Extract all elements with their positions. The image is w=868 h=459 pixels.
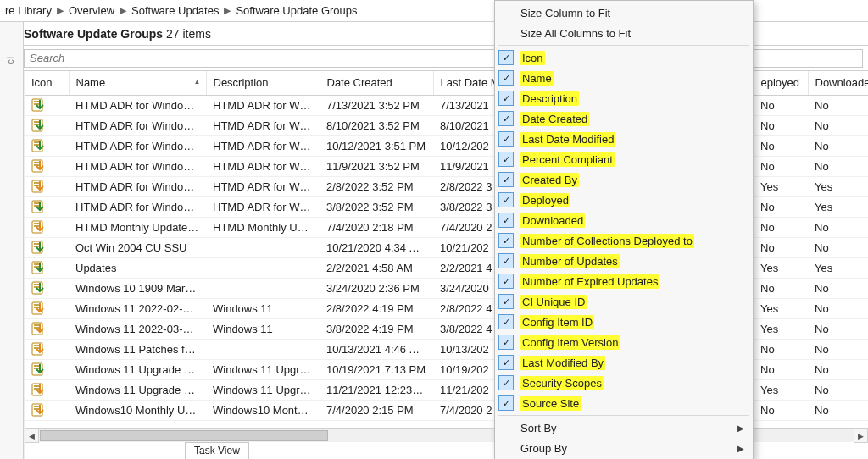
left-gutter: ci <box>0 22 24 459</box>
cell-deployed: No <box>754 95 808 115</box>
menu-column-toggle[interactable]: ✓Last Modified By <box>495 352 753 373</box>
update-group-icon <box>25 115 69 135</box>
cell-description: Windows 11 <box>206 318 320 339</box>
menu-column-toggle[interactable]: ✓Created By <box>495 169 753 190</box>
chevron-right-icon: ▶ <box>224 5 231 16</box>
cell-name: HTMD ADR for Window… <box>69 115 206 135</box>
col-deployed[interactable]: eployed <box>754 71 808 95</box>
menu-sort-by[interactable]: Sort By ▶ <box>495 418 753 438</box>
menu-column-toggle[interactable]: ✓Deployed <box>495 190 753 210</box>
check-icon: ✓ <box>498 375 514 390</box>
cell-date-created: 11/9/2021 3:52 PM <box>320 156 433 176</box>
menu-column-label: Security Scopes <box>520 376 604 390</box>
menu-column-toggle[interactable]: ✓Number of Expired Updates <box>495 271 753 291</box>
menu-column-label: Number of Updates <box>520 254 620 268</box>
menu-column-toggle[interactable]: ✓CI Unique ID <box>495 291 753 312</box>
menu-group-by[interactable]: Group By ▶ <box>495 438 753 458</box>
chevron-right-icon: ▶ <box>120 5 126 16</box>
cell-downloaded: Yes <box>808 176 868 196</box>
cell-deployed: Yes <box>754 176 808 196</box>
col-name[interactable]: Name▲ <box>69 71 206 95</box>
scroll-thumb[interactable] <box>40 430 328 441</box>
menu-column-label: Number of Expired Updates <box>520 274 659 289</box>
check-icon: ✓ <box>498 91 514 106</box>
cell-downloaded: No <box>808 237 868 257</box>
item-count: 27 items <box>166 27 211 41</box>
cell-description: HTMD Monthly U… <box>206 217 320 237</box>
cell-deployed: No <box>754 400 808 420</box>
update-group-icon <box>25 400 69 420</box>
menu-column-toggle[interactable]: ✓Downloaded <box>495 210 753 230</box>
menu-column-label: Date Created <box>520 112 589 126</box>
col-last-date[interactable]: Last Date M <box>433 71 499 95</box>
cell-last-date: 7/13/2021 <box>433 95 499 115</box>
cell-description: HTMD ADR for Wi… <box>206 156 320 176</box>
scroll-right-arrow-icon[interactable]: ▶ <box>854 429 868 443</box>
cell-last-date: 10/21/202 <box>433 237 499 257</box>
menu-column-toggle[interactable]: ✓Last Date Modified <box>495 129 753 149</box>
menu-column-label: Description <box>520 91 579 106</box>
menu-column-toggle[interactable]: ✓Security Scopes <box>495 373 753 393</box>
cell-description: Windows 11 Upgr… <box>206 359 320 379</box>
cell-deployed: No <box>754 156 808 176</box>
menu-column-label: Last Modified By <box>520 356 605 370</box>
update-group-icon <box>25 237 69 257</box>
menu-column-toggle[interactable]: ✓Percent Compliant <box>495 149 753 169</box>
check-icon: ✓ <box>498 70 514 86</box>
check-icon: ✓ <box>498 274 514 289</box>
task-view-tab[interactable]: Task View <box>185 442 249 459</box>
col-icon[interactable]: Icon <box>25 71 69 95</box>
cell-last-date: 8/10/2021 <box>433 115 499 135</box>
menu-column-label: Source Site <box>520 396 581 411</box>
col-downloaded[interactable]: Downloaded <box>808 71 868 95</box>
sort-asc-icon: ▲ <box>194 78 201 86</box>
menu-size-column[interactable]: Size Column to Fit <box>495 3 753 23</box>
column-context-menu: Size Column to Fit Size All Columns to F… <box>494 0 754 459</box>
menu-column-toggle[interactable]: ✓Icon <box>495 47 753 68</box>
cell-date-created: 10/19/2021 7:13 PM <box>320 359 433 379</box>
cell-date-created: 2/2/2021 4:58 AM <box>320 257 433 278</box>
cell-description <box>206 278 320 298</box>
check-icon: ✓ <box>498 131 514 147</box>
breadcrumb-seg[interactable]: re Library <box>5 4 52 17</box>
update-group-icon <box>25 278 69 298</box>
menu-column-toggle[interactable]: ✓Number of Collections Deployed to <box>495 230 753 251</box>
menu-column-label: Number of Collections Deployed to <box>520 234 694 248</box>
cell-date-created: 2/8/2022 4:19 PM <box>320 298 433 318</box>
cell-description: Windows 11 Upgr… <box>206 379 320 400</box>
cell-last-date: 10/13/202 <box>433 339 499 359</box>
menu-column-toggle[interactable]: ✓Config Item Version <box>495 332 753 352</box>
cell-description <box>206 257 320 278</box>
breadcrumb-seg[interactable]: Software Update Groups <box>236 4 357 17</box>
breadcrumb-seg[interactable]: Overview <box>69 4 114 17</box>
check-icon: ✓ <box>498 213 514 228</box>
cell-last-date: 11/9/2021 <box>433 156 499 176</box>
update-group-icon <box>25 318 69 339</box>
cell-description: Windows 11 <box>206 298 320 318</box>
check-icon: ✓ <box>498 395 514 411</box>
cell-name: HTMD ADR for Window… <box>69 196 206 217</box>
cell-date-created: 11/21/2021 12:23… <box>320 379 433 400</box>
menu-column-toggle[interactable]: ✓Name <box>495 68 753 88</box>
menu-column-label: Config Item ID <box>520 315 594 329</box>
menu-column-toggle[interactable]: ✓Date Created <box>495 108 753 129</box>
breadcrumb-seg[interactable]: Software Updates <box>131 4 219 17</box>
menu-column-toggle[interactable]: ✓Number of Updates <box>495 251 753 271</box>
update-group-icon <box>25 379 69 400</box>
col-description[interactable]: Description <box>206 71 320 95</box>
scroll-left-arrow-icon[interactable]: ◀ <box>25 429 39 443</box>
chevron-right-icon: ▶ <box>57 5 64 16</box>
menu-column-label: Config Item Version <box>520 335 620 350</box>
menu-column-toggle[interactable]: ✓Source Site <box>495 393 753 413</box>
menu-separator <box>498 415 749 416</box>
update-group-icon <box>25 176 69 196</box>
col-date-created[interactable]: Date Created <box>320 71 433 95</box>
check-icon: ✓ <box>498 314 514 329</box>
menu-size-all[interactable]: Size All Columns to Fit <box>495 23 753 43</box>
menu-column-toggle[interactable]: ✓Config Item ID <box>495 312 753 332</box>
cell-deployed: No <box>754 115 808 135</box>
cell-deployed: Yes <box>754 379 808 400</box>
menu-column-label: Percent Compliant <box>520 152 615 167</box>
cell-downloaded: No <box>808 95 868 115</box>
menu-column-toggle[interactable]: ✓Description <box>495 88 753 108</box>
